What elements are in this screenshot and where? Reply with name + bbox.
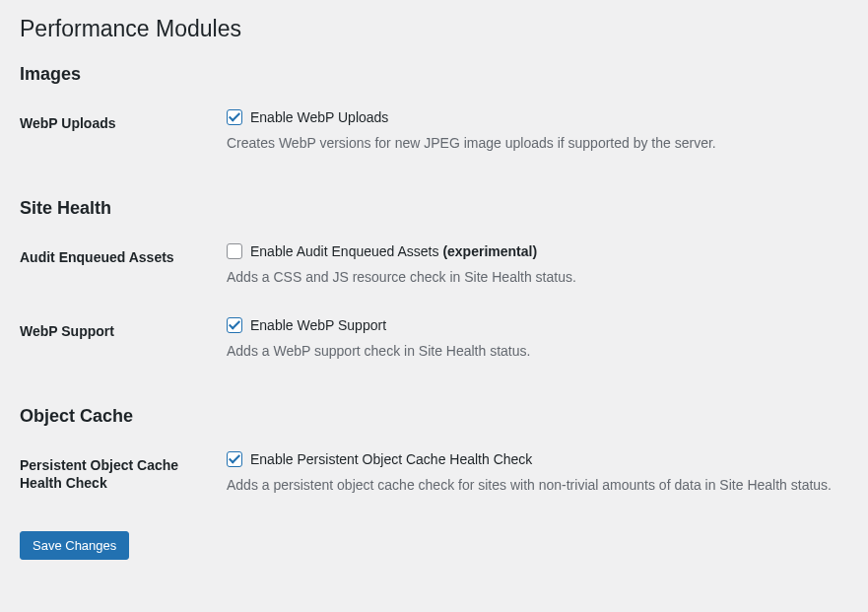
page-title: Performance Modules — [20, 10, 848, 44]
checkbox-webp-support[interactable] — [227, 317, 242, 333]
checkbox-label-text-audit-enqueued: Enable Audit Enqueued Assets — [250, 243, 442, 259]
section-heading-site-health: Site Health — [20, 198, 848, 219]
checkbox-label-webp-support: Enable WebP Support — [250, 317, 386, 333]
description-webp-uploads: Creates WebP versions for new JPEG image… — [227, 133, 838, 154]
row-label-webp-support: WebP Support — [20, 303, 217, 376]
section-heading-images: Images — [20, 64, 848, 85]
row-label-persistent-cache: Persistent Object Cache Health Check — [20, 437, 217, 511]
checkbox-label-audit-enqueued: Enable Audit Enqueued Assets (experiment… — [250, 243, 537, 259]
checkbox-label-webp-uploads: Enable WebP Uploads — [250, 109, 388, 125]
checkbox-audit-enqueued[interactable] — [227, 243, 242, 259]
row-label-audit-enqueued: Audit Enqueued Assets — [20, 229, 217, 303]
description-webp-support: Adds a WebP support check in Site Health… — [227, 341, 838, 362]
form-table-object-cache: Persistent Object Cache Health Check Ena… — [20, 437, 848, 511]
description-persistent-cache: Adds a persistent object cache check for… — [227, 475, 838, 496]
row-label-webp-uploads: WebP Uploads — [20, 95, 217, 169]
checkbox-persistent-cache[interactable] — [227, 451, 242, 467]
form-table-site-health: Audit Enqueued Assets Enable Audit Enque… — [20, 229, 848, 376]
save-changes-button[interactable]: Save Changes — [20, 531, 129, 560]
section-heading-object-cache: Object Cache — [20, 406, 848, 427]
form-table-images: WebP Uploads Enable WebP Uploads Creates… — [20, 95, 848, 169]
checkbox-label-persistent-cache: Enable Persistent Object Cache Health Ch… — [250, 451, 532, 467]
description-audit-enqueued: Adds a CSS and JS resource check in Site… — [227, 267, 838, 288]
checkbox-webp-uploads[interactable] — [227, 109, 242, 125]
experimental-tag: (experimental) — [442, 243, 537, 259]
